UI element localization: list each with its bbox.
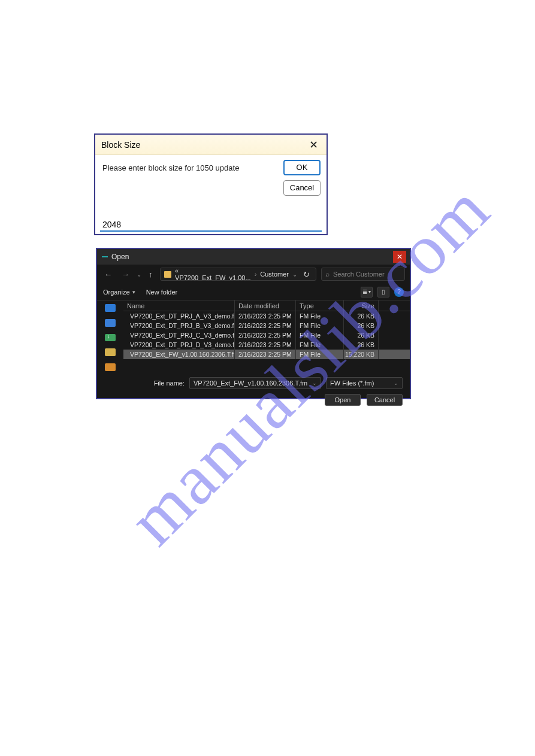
organize-button[interactable]: Organize ▾ <box>103 289 135 296</box>
folder-icon <box>164 271 172 278</box>
file-date: 2/16/2023 2:25 PM <box>235 350 296 359</box>
path-dropdown-icon[interactable]: ⌄ <box>292 271 297 278</box>
block-size-input[interactable] <box>100 218 322 232</box>
file-type-value: FW Files (*.fm) <box>330 379 374 387</box>
file-name: VP7200_Ext_DT_PRJ_A_V3_demo.fm <box>130 312 235 320</box>
dialog-footer: File name: VP7200_Ext_FW_v1.00.160.2306.… <box>97 371 410 411</box>
preview-pane-button[interactable]: ▯ <box>377 287 389 297</box>
column-headers: Name Date modified Type Size <box>123 300 410 311</box>
toolbar: Organize ▾ New folder ≣▾ ▯ ? <box>97 284 410 300</box>
col-type[interactable]: Type <box>296 300 344 311</box>
block-size-dialog: Block Size ✕ Please enter block size for… <box>94 133 328 235</box>
sidebar <box>97 300 123 371</box>
refresh-icon[interactable]: ↻ <box>301 270 312 279</box>
col-size[interactable]: Size <box>344 300 379 311</box>
filename-input[interactable]: VP7200_Ext_FW_v1.00.160.2306.T.fm ⌄ <box>189 377 321 389</box>
pictures-icon[interactable] <box>105 363 116 371</box>
search-icon: ⌕ <box>325 270 330 278</box>
file-size: 26 KB <box>344 330 379 340</box>
filename-value: VP7200_Ext_FW_v1.00.160.2306.T.fm <box>194 379 307 387</box>
dialog-titlebar: Block Size ✕ <box>95 135 327 155</box>
documents-icon[interactable] <box>105 348 116 356</box>
col-date[interactable]: Date modified <box>235 300 296 311</box>
file-row[interactable]: VP7200_Ext_FW_v1.00.160.2306.T.fm2/16/20… <box>123 350 410 359</box>
history-dropdown-icon[interactable]: ⌄ <box>137 271 141 278</box>
file-name: VP7200_Ext_FW_v1.00.160.2306.T.fm <box>130 351 235 358</box>
organize-label: Organize <box>103 289 130 296</box>
forward-icon[interactable]: → <box>119 269 132 280</box>
nav-bar: ← → ⌄ ↑ « VP7200_Ext_FW_v1.00... › Custo… <box>97 265 410 284</box>
breadcrumb-part: Customer <box>260 271 289 278</box>
help-icon[interactable]: ? <box>394 287 404 297</box>
file-type: FM File <box>296 340 344 350</box>
file-date: 2/16/2023 2:25 PM <box>235 330 296 340</box>
toolbar-right: ≣▾ ▯ ? <box>361 287 404 297</box>
open-file-dialog: Open ✕ ← → ⌄ ↑ « VP7200_Ext_FW_v1.00... … <box>96 248 411 399</box>
dialog-buttons: OK Cancel <box>283 160 321 196</box>
downloads-icon[interactable] <box>105 334 116 342</box>
filename-label: File name: <box>154 379 185 387</box>
file-row[interactable]: VP7200_Ext_DT_PRJ_D_V3_demo.fm2/16/2023 … <box>123 340 410 350</box>
file-type: FM File <box>296 321 344 330</box>
footer-buttons: Open Cancel <box>104 394 403 406</box>
breadcrumb[interactable]: « VP7200_Ext_FW_v1.00... › Customer ⌄ ↻ <box>160 268 317 281</box>
file-row[interactable]: VP7200_Ext_DT_PRJ_B_V3_demo.fm2/16/2023 … <box>123 321 410 330</box>
file-type: FM File <box>296 311 344 321</box>
file-name: VP7200_Ext_DT_PRJ_D_V3_demo.fm <box>130 341 235 348</box>
file-date: 2/16/2023 2:25 PM <box>235 311 296 321</box>
search-placeholder: Search Customer <box>333 271 385 278</box>
dialog-body: Please enter block size for 1050 update … <box>95 155 327 235</box>
cancel-button[interactable]: Cancel <box>367 394 403 406</box>
file-type-select[interactable]: FW Files (*.fm) ⌄ <box>326 377 403 389</box>
cancel-button[interactable]: Cancel <box>283 180 321 196</box>
breadcrumb-part: « VP7200_Ext_FW_v1.00... <box>175 268 251 281</box>
file-size: 26 KB <box>344 311 379 321</box>
chevron-down-icon: ▾ <box>132 289 135 295</box>
file-date: 2/16/2023 2:25 PM <box>235 321 296 330</box>
file-type: FM File <box>296 350 344 359</box>
file-list: Name Date modified Type Size VP7200_Ext_… <box>123 300 410 371</box>
ok-button[interactable]: OK <box>283 160 321 175</box>
file-dialog-title-text: Open <box>111 253 129 261</box>
chevron-down-icon: ⌄ <box>394 380 398 386</box>
col-name[interactable]: Name <box>123 300 235 311</box>
back-icon[interactable]: ← <box>102 269 114 280</box>
file-row[interactable]: VP7200_Ext_DT_PRJ_A_V3_demo.fm2/16/2023 … <box>123 311 410 321</box>
file-size: 26 KB <box>344 321 379 330</box>
file-type: FM File <box>296 330 344 340</box>
chevron-down-icon[interactable]: ⌄ <box>312 380 317 386</box>
view-options-button[interactable]: ≣▾ <box>361 287 373 297</box>
onedrive-icon[interactable] <box>105 304 116 312</box>
close-icon[interactable]: ✕ <box>393 251 406 263</box>
app-icon <box>102 256 108 257</box>
file-area: Name Date modified Type Size VP7200_Ext_… <box>97 300 410 371</box>
open-button[interactable]: Open <box>325 394 361 406</box>
close-icon[interactable]: ✕ <box>306 138 322 151</box>
chevron-right-icon: › <box>255 271 257 278</box>
file-dialog-titlebar: Open ✕ <box>97 249 410 265</box>
file-name: VP7200_Ext_DT_PRJ_C_V3_demo.fm <box>130 332 235 339</box>
new-folder-button[interactable]: New folder <box>146 289 178 296</box>
file-date: 2/16/2023 2:25 PM <box>235 340 296 350</box>
file-size: 15,220 KB <box>344 350 379 359</box>
file-row[interactable]: VP7200_Ext_DT_PRJ_C_V3_demo.fm2/16/2023 … <box>123 330 410 340</box>
up-icon[interactable]: ↑ <box>146 269 155 280</box>
search-input[interactable]: ⌕ Search Customer <box>321 268 405 281</box>
desktop-icon[interactable] <box>105 319 116 327</box>
filename-row: File name: VP7200_Ext_FW_v1.00.160.2306.… <box>104 377 403 389</box>
dialog-title: Block Size <box>101 140 140 150</box>
file-dialog-title: Open <box>102 253 129 261</box>
file-name: VP7200_Ext_DT_PRJ_B_V3_demo.fm <box>130 322 235 329</box>
file-size: 26 KB <box>344 340 379 350</box>
